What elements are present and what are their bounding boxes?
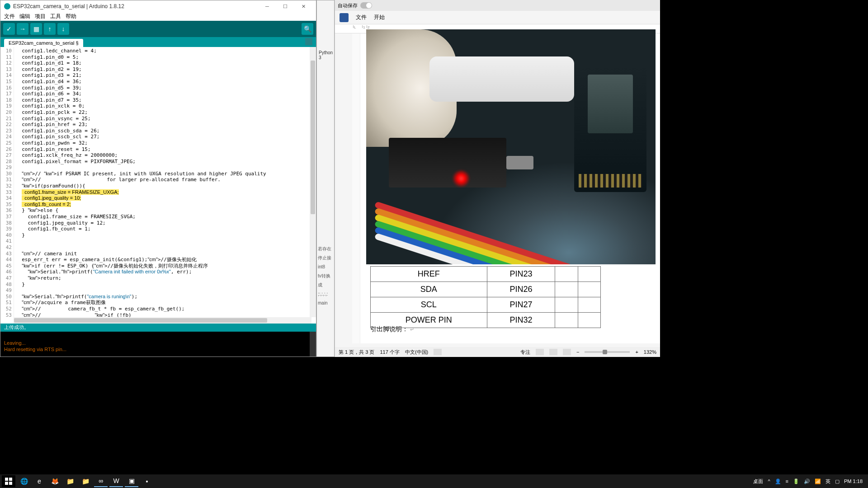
new-button[interactable]: ▦ (30, 23, 42, 35)
web-layout-icon[interactable] (563, 349, 571, 355)
upload-button[interactable]: → (17, 23, 28, 35)
table-cell[interactable] (555, 297, 578, 313)
tray-bluetooth-icon[interactable]: ≡ (786, 479, 788, 484)
serial-monitor-button[interactable]: 🔍 (302, 23, 313, 35)
open-button[interactable]: ↑ (44, 23, 56, 35)
taskbar-app-explorer[interactable]: 📁 (63, 475, 77, 487)
table-cell[interactable]: PIN23 (487, 267, 555, 282)
python-output-fragment: 若存在停止接int8tv转换成;:,:,:,:main (318, 244, 334, 308)
python-tab-label[interactable]: Python 3 (319, 50, 334, 60)
code-text-area[interactable]: config1.ledc_channel = 4; config1.pin_d0… (14, 47, 316, 324)
tray-chevron-icon[interactable]: ^ (768, 479, 770, 484)
taskbar-app-python[interactable]: ▣ (125, 475, 138, 487)
windows-taskbar[interactable]: 🌐 e 🦊 📁 📁 ∞ W ▣ ▪ 桌面 ^ 👤 ≡ 🔋 🔊 📶 英 ▢ PM … (0, 474, 868, 488)
menu-help[interactable]: 帮助 (66, 13, 76, 20)
tray-input-icon[interactable]: ▢ (835, 479, 840, 484)
table-cell[interactable]: SDA (371, 282, 487, 297)
track-changes-icon[interactable] (434, 349, 442, 355)
tab-dropdown-icon[interactable] (305, 38, 312, 45)
menu-tools[interactable]: 工具 (50, 13, 61, 20)
tray-battery-icon[interactable]: 🔋 (793, 479, 799, 484)
table-cell[interactable] (578, 313, 600, 328)
word-count[interactable]: 117 个字 (380, 349, 399, 356)
vertical-ruler[interactable] (352, 33, 360, 343)
save-button[interactable]: ↓ (57, 23, 69, 35)
taskbar-app-folder[interactable]: 📁 (79, 475, 92, 487)
table-cell[interactable]: SCL (371, 297, 487, 313)
rf-shield (588, 75, 633, 133)
usb-serial-module (389, 138, 506, 188)
start-button[interactable] (2, 475, 15, 487)
header-pins (579, 174, 642, 188)
maximize-button[interactable]: ☐ (276, 2, 294, 11)
table-cell[interactable]: PIN32 (487, 313, 555, 328)
ribbon-tab-home[interactable]: 开始 (374, 14, 385, 21)
python-shell-window-fragment: Python 3 若存在停止接int8tv转换成;:,:,:,:main (316, 0, 335, 357)
word-ribbon: 文件 开始 (335, 11, 660, 24)
arduino-menu-bar: 文件 编辑 项目 工具 帮助 (0, 12, 316, 21)
arduino-titlebar[interactable]: ESP32cam_camera_to_serial | Arduino 1.8.… (0, 0, 316, 12)
line-number-gutter: 10 11 12 13 14 15 16 17 18 19 20 21 22 2… (0, 47, 14, 324)
horizontal-scrollbar[interactable] (14, 317, 311, 324)
menu-sketch[interactable]: 项目 (35, 13, 46, 20)
table-cell[interactable] (555, 313, 578, 328)
tray-people-icon[interactable]: 👤 (775, 479, 781, 484)
esp32-board (574, 66, 646, 192)
zoom-level[interactable]: 132% (644, 349, 656, 355)
footer-label: 引出脚说明： (370, 325, 408, 333)
clock[interactable]: PM 1:18 (844, 479, 863, 484)
code-editor[interactable]: 10 11 12 13 14 15 16 17 18 19 20 21 22 2… (0, 47, 316, 324)
tray-wifi-icon[interactable]: 📶 (815, 479, 821, 484)
taskbar-app-ie[interactable]: e (33, 475, 46, 487)
arduino-status-bar: 上传成功。 (0, 324, 316, 332)
table-cell[interactable] (555, 267, 578, 282)
table-cell[interactable] (555, 282, 578, 297)
table-cell[interactable] (578, 267, 600, 282)
word-status-bar: 第 1 页，共 3 页 117 个字 中文(中国) 专注 − + 132% (335, 347, 660, 357)
focus-mode-button[interactable]: 专注 (520, 349, 530, 356)
verify-button[interactable]: ✓ (3, 23, 15, 35)
console-scrollbar[interactable] (310, 332, 316, 357)
phone-object (429, 56, 574, 102)
arduino-ide-window: ESP32cam_camera_to_serial | Arduino 1.8.… (0, 0, 316, 357)
tray-ime-icon[interactable]: 英 (826, 478, 830, 485)
svg-rect-1 (9, 478, 12, 481)
table-cell[interactable] (578, 297, 600, 313)
print-layout-icon[interactable] (549, 349, 557, 355)
table-cell[interactable] (578, 282, 600, 297)
language-indicator[interactable]: 中文(中国) (405, 349, 428, 356)
pin-mapping-table[interactable]: HREFPIN23SDAPIN26SCLPIN27POWER PINPIN32 (370, 266, 601, 328)
console-line: Leaving... (4, 340, 312, 346)
console-line: Hard resetting via RTS pin... (4, 346, 312, 352)
svg-rect-2 (5, 482, 8, 485)
autosave-toggle[interactable] (360, 2, 372, 9)
desktop-peek-label[interactable]: 桌面 (753, 478, 763, 485)
ribbon-tab-file[interactable]: 文件 (356, 14, 367, 21)
taskbar-app-terminal[interactable]: ▪ (140, 475, 154, 487)
autosave-label: 自动保存 (338, 2, 358, 9)
menu-edit[interactable]: 编辑 (19, 13, 30, 20)
table-cell[interactable]: HREF (371, 267, 487, 282)
page-count[interactable]: 第 1 页，共 3 页 (339, 349, 374, 356)
taskbar-app-firefox[interactable]: 🦊 (48, 475, 61, 487)
word-titlebar[interactable]: 自动保存 (335, 0, 660, 11)
vertical-scrollbar[interactable] (310, 47, 316, 317)
arduino-title-text: ESP32cam_camera_to_serial | Arduino 1.8.… (13, 3, 124, 9)
minimize-button[interactable]: ─ (258, 2, 276, 11)
taskbar-app-arduino[interactable]: ∞ (94, 475, 108, 487)
close-button[interactable]: ✕ (294, 2, 312, 11)
table-cell[interactable]: PIN27 (487, 297, 555, 313)
word-logo-icon (340, 13, 349, 22)
menu-file[interactable]: 文件 (4, 13, 15, 20)
table-cell[interactable]: PIN26 (487, 282, 555, 297)
arduino-tab-bar: ESP32cam_camera_to_serial § (0, 37, 316, 47)
system-tray[interactable]: 桌面 ^ 👤 ≡ 🔋 🔊 📶 英 ▢ PM 1:18 (753, 478, 866, 485)
svg-rect-3 (9, 482, 12, 485)
tray-volume-icon[interactable]: 🔊 (804, 479, 810, 484)
read-mode-icon[interactable] (536, 349, 544, 355)
sketch-tab[interactable]: ESP32cam_camera_to_serial § (4, 39, 83, 47)
arduino-console[interactable]: Leaving... Hard resetting via RTS pin... (0, 332, 316, 357)
zoom-slider[interactable] (585, 351, 630, 353)
taskbar-app-chrome[interactable]: 🌐 (17, 475, 31, 487)
taskbar-app-word[interactable]: W (109, 475, 123, 487)
